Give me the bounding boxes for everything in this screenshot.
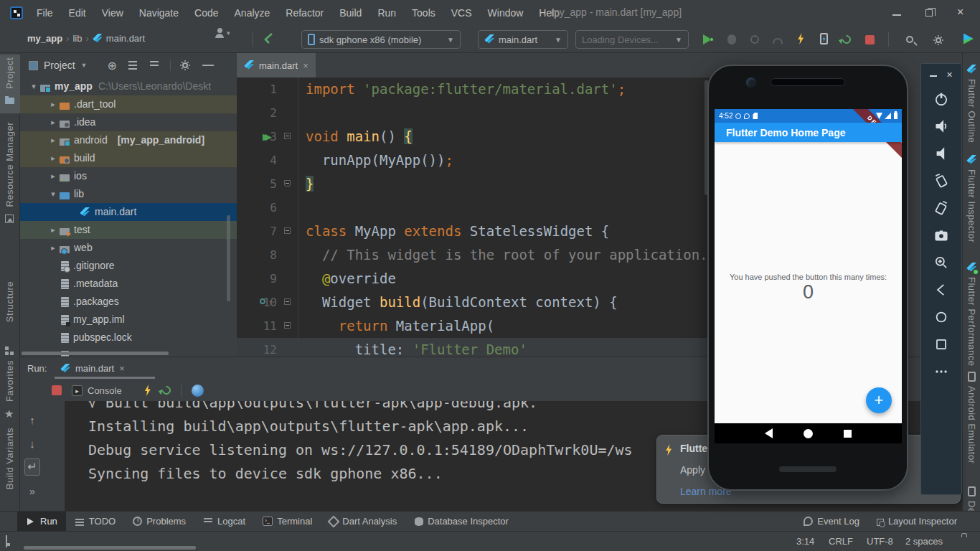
menu-item[interactable]: Code — [187, 0, 226, 26]
nav-back-button[interactable] — [765, 428, 773, 438]
code-line[interactable]: 9 @override — [237, 267, 712, 291]
tree-row[interactable]: ▸ build — [20, 149, 237, 167]
tree-row[interactable]: my_app.iml — [20, 311, 237, 329]
tool-window-button[interactable]: Run — [17, 512, 66, 532]
code-line[interactable]: 11 return MaterialApp( — [237, 314, 712, 338]
tool-stripe-flutter-performance[interactable]: Flutter Performance — [966, 277, 977, 366]
emulator-close-icon[interactable]: × — [947, 69, 953, 80]
tree-expand-arrow[interactable]: ▾ — [27, 77, 40, 95]
code-line[interactable]: 3▶▶void main() { — [237, 125, 712, 149]
tree-expand-arrow[interactable]: ▸ — [47, 113, 60, 131]
tree-row[interactable]: ▸ test — [20, 221, 237, 239]
emulator-volume-down-button[interactable] — [927, 140, 956, 167]
emulator-zoom-button[interactable] — [927, 249, 956, 276]
tree-row[interactable]: .packages — [20, 293, 237, 311]
console-tab[interactable]: ▸ Console — [72, 385, 122, 396]
coverage-button[interactable] — [772, 35, 783, 47]
tree-expand-arrow[interactable]: ▸ — [47, 167, 60, 185]
tree-expand-arrow[interactable]: ▸ — [47, 95, 60, 113]
tab-close-icon[interactable]: × — [119, 363, 125, 374]
breadcrumb-file[interactable]: main.dart — [106, 33, 145, 44]
tool-stripe-project[interactable]: Project — [4, 57, 15, 89]
settings-gear-button[interactable] — [933, 34, 944, 46]
emulator-rotate-right-button[interactable] — [927, 194, 956, 222]
tree-row[interactable]: main.dart — [20, 203, 237, 221]
overrides-gutter-icon[interactable]: ↑ — [258, 296, 277, 308]
tree-row[interactable]: .gitignore — [20, 257, 237, 275]
device-manager-button[interactable] — [963, 33, 974, 44]
menu-item[interactable]: Navigate — [131, 0, 187, 26]
panel-settings-gear-icon[interactable] — [182, 62, 188, 68]
expand-gutter-icon[interactable]: » — [29, 486, 35, 497]
line-ending[interactable]: CRLF — [829, 536, 853, 547]
rerun-stop-icon[interactable] — [52, 385, 62, 395]
emulator-overview-button[interactable] — [927, 331, 956, 358]
tree-row[interactable]: ▾ my_app C:\Users\Leonardo\Deskt — [20, 77, 237, 95]
emulator-minimize-icon[interactable] — [930, 72, 937, 77]
tool-window-button[interactable]: Dart Analysis — [321, 512, 405, 532]
tree-row[interactable]: ▸ .dart_tool — [20, 95, 237, 113]
emulator-screen[interactable]: 4:52 DEBUG Flutter Demo Home Page You ha… — [715, 109, 902, 443]
minimize-icon[interactable] — [892, 10, 901, 16]
emulator-rotate-left-button[interactable] — [927, 167, 956, 194]
project-vertical-scrollbar[interactable] — [227, 215, 230, 301]
collapse-all-icon[interactable] — [150, 65, 159, 66]
chevron-down-icon[interactable]: ▼ — [81, 62, 88, 69]
tab-close-icon[interactable]: × — [303, 60, 308, 71]
profile-button[interactable] — [749, 34, 760, 45]
editor-tab-main-dart[interactable]: main.dart × — [237, 53, 316, 77]
tool-stripe-android-emulator[interactable]: Android Emulator — [966, 386, 977, 463]
tool-stripe-flutter-inspector[interactable]: Flutter Inspector — [966, 169, 977, 242]
menu-item[interactable]: Build — [331, 0, 369, 26]
project-view-selector[interactable]: Project — [44, 60, 75, 71]
console-horizontal-scrollbar[interactable] — [24, 546, 196, 550]
breadcrumb-project[interactable]: my_app — [27, 33, 62, 44]
code-line[interactable]: 4 runApp(MyApp()); — [237, 149, 712, 172]
code-line[interactable]: 1import 'package:flutter/material.dart'; — [237, 77, 712, 101]
structure-icon[interactable] — [5, 347, 14, 355]
devices-loading-selector[interactable]: Loading Devices... ▼ — [575, 30, 689, 49]
menu-item[interactable]: View — [94, 0, 131, 26]
tree-row[interactable]: ▸ android [my_app_android] — [20, 131, 237, 149]
fab-increment-button[interactable]: + — [866, 387, 892, 413]
run-button[interactable] — [702, 34, 713, 45]
tree-row[interactable]: .metadata — [20, 275, 237, 293]
code-line[interactable]: 12 title: 'Flutter Demo' — [237, 338, 712, 357]
fold-marker-icon[interactable] — [284, 180, 291, 187]
tree-expand-arrow[interactable]: ▸ — [47, 221, 60, 239]
emulator-volume-up-button[interactable] — [927, 113, 956, 140]
project-stripe-icon[interactable] — [5, 98, 14, 104]
run-tab-main-dart[interactable]: main.dart × — [55, 359, 131, 378]
fold-marker-icon[interactable] — [284, 227, 291, 234]
menu-item[interactable]: Window — [480, 0, 532, 26]
tool-stripe-resource-manager[interactable]: Resource Manager — [4, 122, 15, 207]
breadcrumb-lib[interactable]: lib — [72, 33, 82, 44]
tool-window-button[interactable]: Layout Inspector — [868, 512, 966, 532]
code-line[interactable]: 6 — [237, 196, 712, 220]
emulator-screenshot-button[interactable] — [927, 222, 956, 249]
hot-reload-icon[interactable] — [143, 385, 152, 396]
device-selector[interactable]: sdk gphone x86 (mobile) ▼ — [301, 30, 461, 49]
stop-button[interactable] — [864, 34, 875, 45]
tool-window-button[interactable]: TODO — [66, 512, 124, 532]
code-line[interactable]: 5} — [237, 172, 712, 196]
tree-row[interactable]: ▸ .idea — [20, 113, 237, 131]
code-line[interactable]: 2 — [237, 101, 712, 125]
emulator-power-button[interactable] — [927, 85, 956, 113]
code-line[interactable]: 8 // This widget is the root of your app… — [237, 243, 712, 267]
hot-restart-icon[interactable] — [160, 385, 172, 397]
menu-item[interactable]: Run — [369, 0, 404, 26]
tool-stripe-build-variants[interactable]: Build Variants — [4, 428, 15, 489]
menu-item[interactable]: File — [29, 0, 61, 26]
debug-button[interactable] — [726, 34, 738, 45]
code-line[interactable]: 7class MyApp extends StatelessWidget { — [237, 220, 712, 243]
menu-item[interactable]: Refactor — [278, 0, 331, 26]
tool-stripe-favorites[interactable]: Favorites — [4, 360, 15, 402]
vcs-users-button[interactable]: ▾ — [215, 27, 230, 38]
tool-window-button[interactable]: Database Inspector — [405, 512, 517, 532]
tree-expand-arrow[interactable]: ▸ — [47, 149, 60, 167]
tree-row[interactable]: ▾ lib — [20, 185, 237, 203]
locate-file-icon[interactable]: ⊕ — [108, 59, 117, 72]
project-horizontal-scrollbar[interactable] — [22, 352, 169, 355]
scroll-up-icon[interactable]: ↑ — [29, 414, 35, 426]
